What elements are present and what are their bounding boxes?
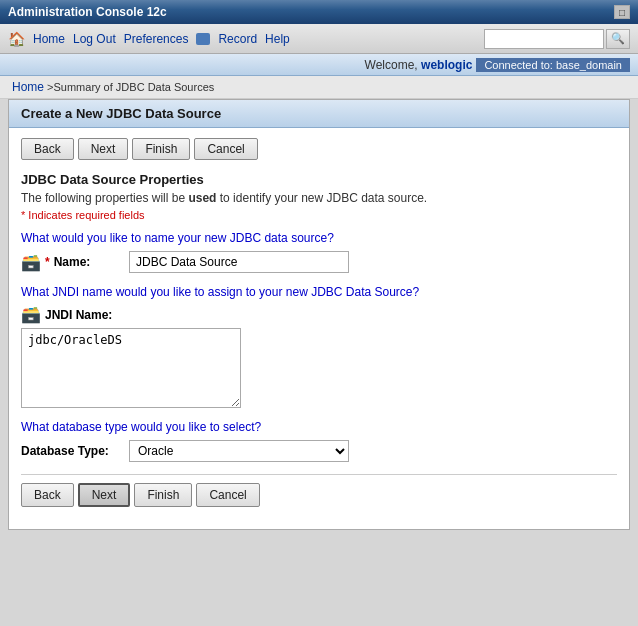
cancel-button-bottom[interactable]: Cancel bbox=[196, 483, 259, 507]
back-button-bottom[interactable]: Back bbox=[21, 483, 74, 507]
restore-icon: □ bbox=[619, 7, 625, 18]
db-type-label: Database Type: bbox=[21, 444, 121, 458]
search-box: 🔍 bbox=[484, 29, 630, 49]
required-star: * bbox=[45, 255, 50, 269]
breadcrumb-current: Summary of JDBC Data Sources bbox=[54, 81, 215, 93]
db-type-row: Database Type: Oracle MySQL MS SQL Serve… bbox=[21, 440, 617, 462]
welcome-bar: Welcome, weblogic Connected to: base_dom… bbox=[0, 54, 638, 76]
page-header: Create a New JDBC Data Source bbox=[9, 100, 629, 128]
section-description: The following properties will be used to… bbox=[21, 191, 617, 205]
finish-button-top[interactable]: Finish bbox=[132, 138, 190, 160]
logout-link[interactable]: Log Out bbox=[73, 32, 116, 46]
next-button-bottom[interactable]: Next bbox=[78, 483, 131, 507]
name-question: What would you like to name your new JDB… bbox=[21, 231, 617, 245]
jndi-input[interactable]: jdbc/OracleDS bbox=[21, 328, 241, 408]
name-label-text: Name: bbox=[54, 255, 91, 269]
home-icon: 🏠 bbox=[8, 31, 25, 47]
db-icon: 🗃️ bbox=[21, 253, 41, 272]
jndi-icon: 🗃️ bbox=[21, 305, 41, 324]
breadcrumb-home[interactable]: Home bbox=[12, 80, 44, 94]
top-nav: 🏠 Home Log Out Preferences Record Help 🔍 bbox=[0, 24, 638, 54]
main-content: Create a New JDBC Data Source Back Next … bbox=[8, 99, 630, 530]
username: weblogic bbox=[421, 58, 472, 72]
db-type-question: What database type would you like to sel… bbox=[21, 420, 617, 434]
connected-domain: Connected to: base_domain bbox=[476, 58, 630, 72]
home-link[interactable]: Home bbox=[33, 32, 65, 46]
image-icon bbox=[196, 33, 210, 45]
jndi-field-container: 🗃️ JNDI Name: jdbc/OracleDS bbox=[21, 305, 617, 408]
help-link[interactable]: Help bbox=[265, 32, 290, 46]
name-label: 🗃️ * Name: bbox=[21, 253, 121, 272]
required-note: * Indicates required fields bbox=[21, 209, 617, 221]
search-input[interactable] bbox=[484, 29, 604, 49]
name-field-row: 🗃️ * Name: bbox=[21, 251, 617, 273]
next-button-top[interactable]: Next bbox=[78, 138, 129, 160]
preferences-link[interactable]: Preferences bbox=[124, 32, 189, 46]
top-button-row: Back Next Finish Cancel bbox=[21, 138, 617, 160]
app-title: Administration Console 12c bbox=[8, 5, 167, 19]
record-link[interactable]: Record bbox=[218, 32, 257, 46]
search-button[interactable]: 🔍 bbox=[606, 29, 630, 49]
jndi-label-row: 🗃️ JNDI Name: bbox=[21, 305, 617, 324]
db-type-select[interactable]: Oracle MySQL MS SQL Server Derby DB2 Inf… bbox=[129, 440, 349, 462]
back-button-top[interactable]: Back bbox=[21, 138, 74, 160]
breadcrumb: Home >Summary of JDBC Data Sources bbox=[0, 76, 638, 99]
cancel-button-top[interactable]: Cancel bbox=[194, 138, 257, 160]
window-control[interactable]: □ bbox=[614, 5, 630, 19]
jndi-label-text: JNDI Name: bbox=[45, 308, 112, 322]
divider bbox=[21, 474, 617, 475]
title-bar: Administration Console 12c □ bbox=[0, 0, 638, 24]
welcome-text: Welcome, weblogic bbox=[365, 58, 473, 72]
content-area: Back Next Finish Cancel JDBC Data Source… bbox=[9, 128, 629, 529]
finish-button-bottom[interactable]: Finish bbox=[134, 483, 192, 507]
breadcrumb-separator: > bbox=[44, 81, 53, 93]
name-input[interactable] bbox=[129, 251, 349, 273]
bottom-button-row: Back Next Finish Cancel bbox=[21, 483, 617, 507]
page-title: Create a New JDBC Data Source bbox=[21, 106, 221, 121]
section-title: JDBC Data Source Properties bbox=[21, 172, 617, 187]
jndi-question: What JNDI name would you like to assign … bbox=[21, 285, 617, 299]
